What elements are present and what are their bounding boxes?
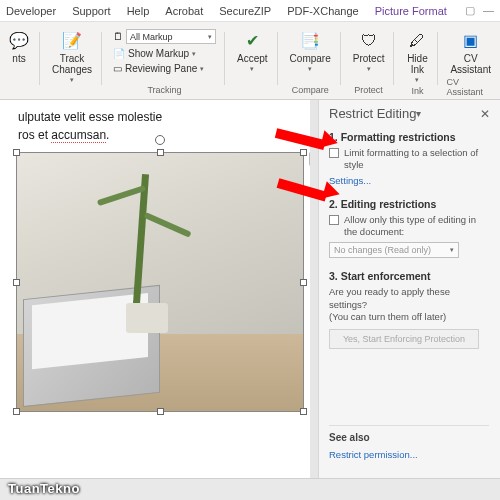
menu-picture-format[interactable]: Picture Format (375, 5, 447, 17)
menu-help[interactable]: Help (127, 5, 150, 17)
checkbox-icon (329, 148, 339, 158)
markup-display-dropdown[interactable]: 🗒 All Markup▾ (110, 28, 219, 45)
resize-handle[interactable] (300, 279, 307, 286)
comment-icon: 💬 (8, 30, 30, 52)
restrict-permission-link[interactable]: Restrict permission... (329, 449, 489, 460)
document-area[interactable]: ulputate velit esse molestie ros et accu… (0, 100, 310, 478)
protect-button[interactable]: 🛡 Protect ▾ (349, 28, 389, 75)
cv-assistant-icon: ▣ (460, 30, 482, 52)
watermark: TuanTekno (8, 481, 80, 496)
resize-handle[interactable] (300, 149, 307, 156)
limit-formatting-checkbox[interactable]: Limit formatting to a selection of style (329, 147, 490, 172)
group-cv: CV Assistant (446, 77, 495, 99)
resize-handle[interactable] (157, 149, 164, 156)
start-enforcing-button: Yes, Start Enforcing Protection (329, 329, 479, 349)
checkbox-icon (329, 215, 339, 225)
resize-handle[interactable] (13, 408, 20, 415)
pane-splitter[interactable] (310, 100, 318, 478)
resize-handle[interactable] (13, 279, 20, 286)
settings-link[interactable]: Settings... (329, 175, 490, 186)
menu-pdfxchange[interactable]: PDF-XChange (287, 5, 359, 17)
resize-handle[interactable] (13, 149, 20, 156)
cv-assistant-button[interactable]: ▣ CV Assistant (446, 28, 495, 77)
ribbon: 💬 nts 📝 Track Changes ▾ 🗒 All Markup▾ 📄 … (0, 22, 500, 100)
show-markup-dropdown[interactable]: 📄 Show Markup▾ (110, 47, 219, 60)
accept-icon: ✔ (241, 30, 263, 52)
comments-button[interactable]: 💬 nts (4, 28, 34, 66)
track-changes-button[interactable]: 📝 Track Changes ▾ (48, 28, 96, 86)
ribbon-display-icon[interactable]: ▢ (465, 4, 475, 17)
reviewing-pane-dropdown[interactable]: ▭ Reviewing Pane▾ (110, 62, 219, 75)
group-protect: Protect (354, 85, 383, 97)
section-formatting: 1. Formatting restrictions (329, 131, 490, 143)
group-tracking: Tracking (147, 85, 181, 97)
resize-handle[interactable] (300, 408, 307, 415)
ink-icon: 🖊 (406, 30, 428, 52)
compare-button[interactable]: 📑 Compare ▾ (286, 28, 335, 75)
close-icon[interactable]: ✕ (480, 107, 490, 121)
editing-type-dropdown[interactable]: No changes (Read only)▾ (329, 242, 459, 258)
rotate-handle[interactable] (155, 135, 165, 145)
reviewing-pane-icon: ▭ (113, 63, 122, 74)
allow-editing-checkbox[interactable]: Allow only this type of editing in the d… (329, 214, 490, 239)
section-enforcement: 3. Start enforcement (329, 270, 490, 282)
track-changes-icon: 📝 (61, 30, 83, 52)
hide-ink-button[interactable]: 🖊 Hide Ink ▾ (402, 28, 432, 86)
menu-acrobat[interactable]: Acrobat (165, 5, 203, 17)
see-also-heading: See also (329, 425, 489, 443)
menu-securezip[interactable]: SecureZIP (219, 5, 271, 17)
pane-menu-icon[interactable]: ▾ (416, 108, 421, 119)
menu-developer[interactable]: Developer (6, 5, 56, 17)
section-editing: 2. Editing restrictions (329, 198, 490, 210)
markup-icon: 🗒 (113, 31, 123, 42)
chevron-down-icon: ▾ (70, 76, 74, 84)
group-ink: Ink (411, 86, 423, 98)
minimize-icon[interactable]: — (483, 4, 494, 17)
pane-title: Restrict Editing (329, 106, 416, 121)
show-markup-icon: 📄 (113, 48, 125, 59)
accept-button[interactable]: ✔ Accept ▾ (233, 28, 272, 75)
restrict-editing-pane: Restrict Editing ▾ ✕ 1. Formatting restr… (318, 100, 500, 478)
selected-image[interactable]: ⌒ (16, 152, 304, 412)
resize-handle[interactable] (157, 408, 164, 415)
menu-support[interactable]: Support (72, 5, 111, 17)
group-compare: Compare (292, 85, 329, 97)
menu-bar: Developer Support Help Acrobat SecureZIP… (0, 0, 500, 22)
compare-icon: 📑 (299, 30, 321, 52)
protect-icon: 🛡 (358, 30, 380, 52)
